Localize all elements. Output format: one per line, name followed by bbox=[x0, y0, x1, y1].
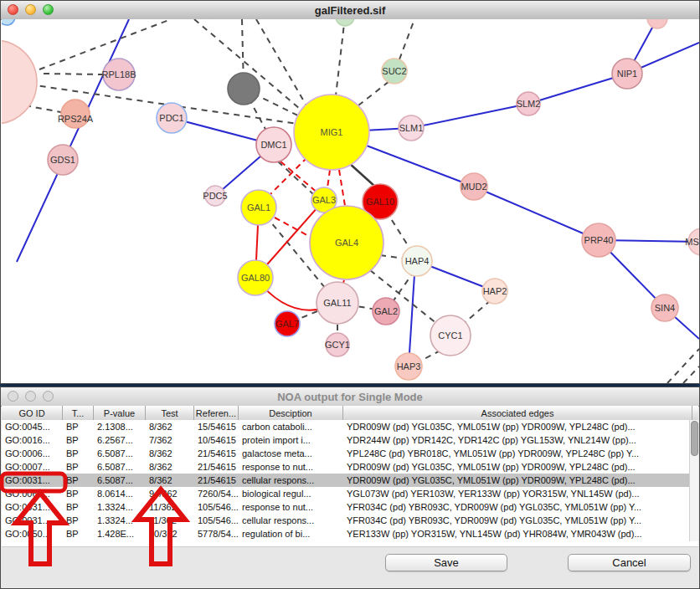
cell: GO:0045... bbox=[2, 422, 63, 432]
cell: YDR009W (pd) YGL035C, YML051W (pp) YDR00… bbox=[343, 462, 692, 472]
node-pink-cut[interactable] bbox=[647, 19, 667, 28]
cell: 15/54615 bbox=[194, 422, 239, 432]
noa-window: NOA output for Single Mode GO IDT...P-va… bbox=[0, 387, 700, 589]
network-edge[interactable] bbox=[399, 19, 414, 59]
table-row[interactable]: GO:0031...BP1.3324...11/362105/546...res… bbox=[2, 500, 692, 514]
column-header-t-[interactable]: T... bbox=[63, 406, 94, 420]
cell: 11/362 bbox=[146, 515, 194, 525]
network-edge[interactable] bbox=[339, 170, 345, 206]
network-edge[interactable] bbox=[39, 19, 171, 69]
cell: GO:0031... bbox=[2, 502, 63, 512]
network-edge[interactable] bbox=[349, 163, 375, 187]
cancel-button[interactable]: Cancel bbox=[568, 554, 691, 571]
column-header-go-id[interactable]: GO ID bbox=[2, 406, 63, 420]
node-HAP4[interactable]: HAP4 bbox=[402, 246, 432, 276]
column-header-p-value[interactable]: P-value bbox=[94, 406, 146, 420]
node-GAL11[interactable]: GAL11 bbox=[317, 282, 358, 324]
node-label: DMC1 bbox=[260, 140, 286, 150]
table-row[interactable]: GO:0065...BP8.0614...94/3627260/54...bio… bbox=[2, 487, 692, 500]
table-row[interactable]: GO:0007...BP6.5087...8/36221/54615respon… bbox=[2, 460, 692, 474]
network-edge[interactable] bbox=[474, 187, 599, 240]
node-SLM2[interactable]: SLM2 bbox=[517, 92, 541, 115]
node-MUD2[interactable]: MUD2 bbox=[461, 173, 487, 200]
network-edge[interactable] bbox=[358, 81, 389, 105]
node-label: RPS24A bbox=[58, 114, 94, 124]
cell: GO:0031... bbox=[2, 475, 63, 485]
close-button[interactable] bbox=[8, 4, 18, 15]
network-edge[interactable] bbox=[411, 104, 528, 128]
node-SUC2[interactable]: SUC2 bbox=[382, 59, 407, 84]
node-PRP40[interactable]: PRP40 bbox=[582, 223, 615, 257]
node-GAL2[interactable]: GAL2 bbox=[373, 298, 399, 325]
table-scrollbar[interactable] bbox=[689, 420, 698, 541]
node-CYC1[interactable]: CYC1 bbox=[430, 315, 471, 356]
cell: YER133W (pp) YOR315W, YNL145W (pd) YHR08… bbox=[343, 529, 692, 539]
node-label: GAL11 bbox=[323, 298, 351, 308]
cell: YFR034C (pd) YBR093C, YDR009W (pd) YGL03… bbox=[343, 502, 692, 512]
node-DMC1[interactable]: DMC1 bbox=[256, 127, 291, 162]
node-RPL18B[interactable]: RPL18B bbox=[102, 59, 136, 90]
node-PDC1[interactable]: PDC1 bbox=[157, 103, 187, 133]
node-RPS24A[interactable]: RPS24A bbox=[58, 100, 94, 128]
node-NIP1[interactable]: NIP1 bbox=[612, 59, 642, 89]
node-label: MSI bbox=[685, 237, 699, 247]
column-header-test[interactable]: Test bbox=[146, 406, 194, 420]
node-big-left[interactable] bbox=[2, 40, 37, 124]
node-GAL1[interactable]: GAL1 bbox=[241, 190, 276, 225]
table-row[interactable]: GO:0031...BP6.5087...8/36221/54615cellul… bbox=[2, 474, 692, 487]
table-row[interactable]: GO:0006...BP6.5087...8/36221/54615galact… bbox=[2, 447, 692, 460]
network-edge[interactable] bbox=[44, 74, 103, 74]
minimize-button[interactable] bbox=[25, 4, 36, 15]
zoom-button[interactable] bbox=[43, 4, 54, 15]
node-HAP2[interactable]: HAP2 bbox=[482, 279, 507, 304]
minimize-button[interactable] bbox=[25, 391, 36, 402]
table-row[interactable]: GO:0016...BP6.2567...7/36210/54615protei… bbox=[2, 433, 692, 447]
cell: 94/362 bbox=[146, 489, 194, 499]
node-label: GAL2 bbox=[374, 306, 398, 316]
node-label: SIN4 bbox=[655, 303, 675, 313]
network-window-titlebar[interactable]: galFiltered.sif bbox=[1, 1, 699, 20]
results-table: GO:0045...BP2.1308...8/36215/54615carbon… bbox=[2, 420, 692, 541]
cell: biological regul... bbox=[239, 489, 343, 499]
table-row[interactable]: GO:0045...BP2.1308...8/36215/54615carbon… bbox=[2, 420, 692, 433]
node-label: CYC1 bbox=[438, 330, 462, 341]
node-gray-node[interactable] bbox=[228, 73, 260, 105]
noa-window-titlebar[interactable]: NOA output for Single Mode bbox=[1, 387, 699, 407]
node-label: PDC5 bbox=[203, 191, 227, 201]
noa-footer: Save Cancel bbox=[2, 546, 698, 587]
network-edge[interactable] bbox=[335, 19, 345, 103]
save-button[interactable]: Save bbox=[385, 554, 507, 571]
network-edge[interactable] bbox=[268, 157, 307, 197]
column-header-referen-[interactable]: Referen... bbox=[194, 406, 239, 420]
node-corner-cut[interactable] bbox=[2, 19, 15, 25]
node-HAP3[interactable]: HAP3 bbox=[395, 353, 422, 380]
node-GAL7[interactable]: GAL7 bbox=[275, 311, 300, 336]
node-GDS1[interactable]: GDS1 bbox=[48, 145, 78, 175]
node-GAL80[interactable]: GAL80 bbox=[238, 260, 273, 295]
cell: regulation of bi... bbox=[239, 529, 343, 539]
network-edge[interactable] bbox=[17, 19, 129, 262]
network-edge[interactable] bbox=[25, 105, 65, 113]
scrollbar-thumb[interactable] bbox=[691, 421, 698, 456]
network-canvas[interactable]: RPL18BRPS24AGDS1PDC1DMC1MIG1SLM1SLM2NIP1… bbox=[2, 19, 699, 383]
close-button[interactable] bbox=[8, 391, 18, 402]
network-edge[interactable] bbox=[683, 366, 699, 383]
cell: galactose meta... bbox=[239, 448, 343, 458]
node-SIN4[interactable]: SIN4 bbox=[651, 294, 678, 321]
node-MIG1[interactable]: MIG1 bbox=[294, 95, 369, 170]
node-GAL4[interactable]: GAL4 bbox=[310, 206, 383, 279]
node-MSI-cut[interactable]: MSI bbox=[685, 228, 699, 255]
column-header-desciption[interactable]: Desciption bbox=[239, 406, 343, 420]
network-edge[interactable] bbox=[667, 349, 699, 383]
node-label: SLM2 bbox=[517, 99, 541, 109]
network-edge[interactable] bbox=[409, 261, 415, 366]
node-SLM1[interactable]: SLM1 bbox=[399, 115, 424, 141]
node-GCY1[interactable]: GCY1 bbox=[325, 333, 350, 356]
cell: 1.3324... bbox=[94, 502, 146, 512]
column-header-associated-edges[interactable]: Associated edges bbox=[343, 406, 692, 420]
zoom-button[interactable] bbox=[43, 391, 54, 402]
table-row[interactable]: GO:0031...BP1.3324...11/362105/546...cel… bbox=[2, 514, 692, 527]
table-row[interactable]: GO:0050...BP1.428E...80/3625778/54...reg… bbox=[2, 527, 692, 540]
network-edge[interactable] bbox=[256, 19, 310, 111]
node-green-cut[interactable] bbox=[336, 19, 354, 26]
